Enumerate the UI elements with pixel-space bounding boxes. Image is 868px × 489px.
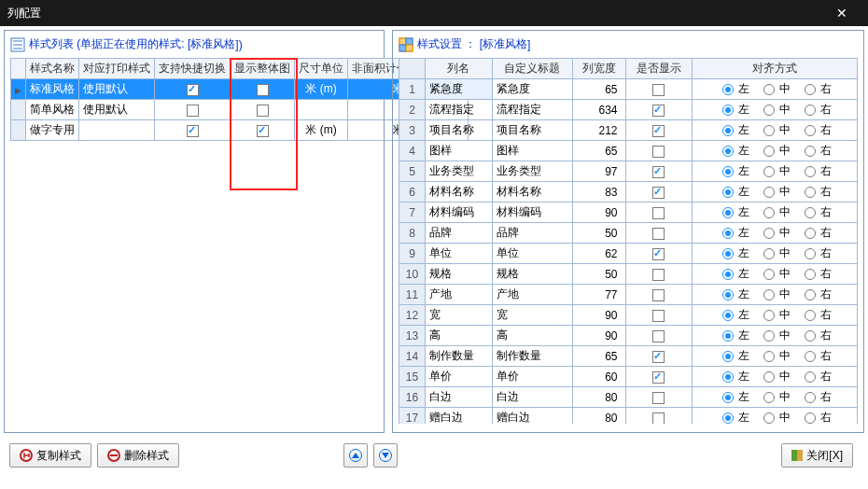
radio-right[interactable] — [805, 310, 816, 321]
show-cell[interactable] — [625, 408, 693, 425]
show-cell[interactable] — [625, 326, 693, 346]
checkbox[interactable] — [652, 125, 665, 137]
column-name-cell[interactable]: 产地 — [426, 285, 493, 305]
column-name-cell[interactable]: 规格 — [426, 264, 493, 285]
move-up-button[interactable] — [343, 443, 368, 468]
radio-right[interactable] — [805, 330, 816, 342]
custom-title-cell[interactable]: 品牌 — [492, 223, 573, 244]
show-cell[interactable] — [625, 387, 693, 408]
custom-title-cell[interactable]: 高 — [492, 326, 573, 346]
custom-title-cell[interactable]: 项目名称 — [492, 120, 573, 141]
print-style-cell[interactable]: 使用默认 — [79, 100, 155, 120]
column-name-cell[interactable]: 单位 — [426, 244, 493, 264]
column-name-cell[interactable]: 材料编码 — [426, 203, 493, 223]
checkbox[interactable] — [187, 125, 199, 137]
radio-right[interactable] — [805, 84, 816, 95]
radio-left[interactable] — [722, 310, 734, 321]
checkbox[interactable] — [652, 330, 665, 342]
width-cell[interactable]: 90 — [573, 305, 625, 326]
delete-style-button[interactable]: 删除样式 — [97, 443, 179, 468]
checkbox[interactable] — [257, 125, 269, 137]
radio-right[interactable] — [805, 125, 816, 136]
width-cell[interactable]: 65 — [573, 346, 625, 367]
align-cell[interactable]: 左中右 — [693, 120, 858, 141]
custom-title-cell[interactable]: 产地 — [492, 285, 573, 305]
show-cell[interactable] — [625, 346, 693, 367]
custom-title-cell[interactable]: 业务类型 — [492, 161, 573, 182]
width-cell[interactable]: 83 — [573, 182, 625, 203]
close-icon[interactable]: ✕ — [823, 6, 861, 21]
whole-view-cell[interactable] — [231, 79, 295, 100]
align-cell[interactable]: 左中右 — [693, 264, 858, 285]
radio-left[interactable] — [722, 351, 734, 362]
custom-title-cell[interactable]: 赠白边 — [492, 408, 573, 425]
column-header[interactable]: 显示整体图 — [231, 59, 295, 79]
checkbox[interactable] — [257, 84, 269, 96]
align-cell[interactable]: 左中右 — [693, 367, 858, 387]
copy-style-button[interactable]: 复制样式 — [9, 443, 91, 468]
radio-center[interactable] — [763, 269, 775, 280]
radio-left[interactable] — [722, 125, 734, 136]
quick-switch-cell[interactable] — [155, 79, 231, 100]
show-cell[interactable] — [625, 285, 693, 305]
radio-center[interactable] — [763, 166, 775, 177]
width-cell[interactable]: 90 — [573, 203, 625, 223]
custom-title-cell[interactable]: 单价 — [492, 367, 573, 387]
table-row[interactable]: 10规格规格50左中右 — [399, 264, 858, 285]
align-cell[interactable]: 左中右 — [693, 182, 858, 203]
checkbox[interactable] — [652, 412, 665, 424]
column-header[interactable]: 支持快捷切换 — [155, 59, 231, 79]
column-name-cell[interactable]: 紧急度 — [426, 79, 493, 100]
radio-right[interactable] — [805, 248, 816, 259]
whole-view-cell[interactable] — [231, 100, 295, 120]
show-cell[interactable] — [625, 100, 693, 120]
style-name-cell[interactable]: 简单风格 — [26, 100, 79, 120]
radio-left[interactable] — [722, 187, 734, 198]
print-style-cell[interactable]: 使用默认 — [79, 79, 155, 100]
show-cell[interactable] — [625, 120, 693, 141]
checkbox[interactable] — [652, 146, 665, 158]
checkbox[interactable] — [187, 105, 199, 117]
radio-left[interactable] — [722, 248, 734, 259]
column-name-cell[interactable]: 单价 — [426, 367, 493, 387]
radio-center[interactable] — [763, 84, 775, 95]
align-cell[interactable]: 左中右 — [693, 223, 858, 244]
checkbox[interactable] — [652, 187, 665, 199]
custom-title-cell[interactable]: 规格 — [492, 264, 573, 285]
show-cell[interactable] — [625, 141, 693, 161]
custom-title-cell[interactable]: 材料编码 — [492, 203, 573, 223]
unit-cell[interactable] — [295, 100, 348, 120]
table-row[interactable]: 11产地产地77左中右 — [399, 285, 858, 305]
row-handle[interactable] — [11, 79, 26, 100]
radio-center[interactable] — [763, 228, 775, 239]
row-handle[interactable] — [11, 100, 26, 120]
radio-right[interactable] — [805, 228, 816, 239]
table-row[interactable]: 5业务类型业务类型97左中右 — [399, 161, 858, 182]
align-cell[interactable]: 左中右 — [693, 408, 858, 425]
checkbox[interactable] — [652, 84, 665, 96]
column-header[interactable]: 列名 — [426, 59, 493, 79]
radio-center[interactable] — [763, 310, 775, 321]
radio-right[interactable] — [805, 289, 816, 300]
column-name-cell[interactable]: 材料名称 — [426, 182, 493, 203]
column-header[interactable]: 自定义标题 — [492, 59, 573, 79]
radio-right[interactable] — [805, 166, 816, 177]
radio-right[interactable] — [805, 371, 816, 383]
align-cell[interactable]: 左中右 — [693, 387, 858, 408]
table-row[interactable]: 6材料名称材料名称83左中右 — [399, 182, 858, 203]
radio-right[interactable] — [805, 392, 816, 403]
checkbox[interactable] — [652, 166, 665, 178]
radio-right[interactable] — [805, 146, 816, 157]
custom-title-cell[interactable]: 流程指定 — [492, 100, 573, 120]
width-cell[interactable]: 212 — [573, 120, 625, 141]
show-cell[interactable] — [625, 244, 693, 264]
radio-left[interactable] — [722, 166, 734, 177]
radio-center[interactable] — [763, 289, 775, 300]
radio-left[interactable] — [722, 289, 734, 300]
custom-title-cell[interactable]: 制作数量 — [492, 346, 573, 367]
align-cell[interactable]: 左中右 — [693, 79, 858, 100]
radio-center[interactable] — [763, 105, 775, 116]
radio-right[interactable] — [805, 207, 816, 218]
unit-cell[interactable]: 米 (m) — [295, 79, 348, 100]
width-cell[interactable]: 634 — [573, 100, 625, 120]
